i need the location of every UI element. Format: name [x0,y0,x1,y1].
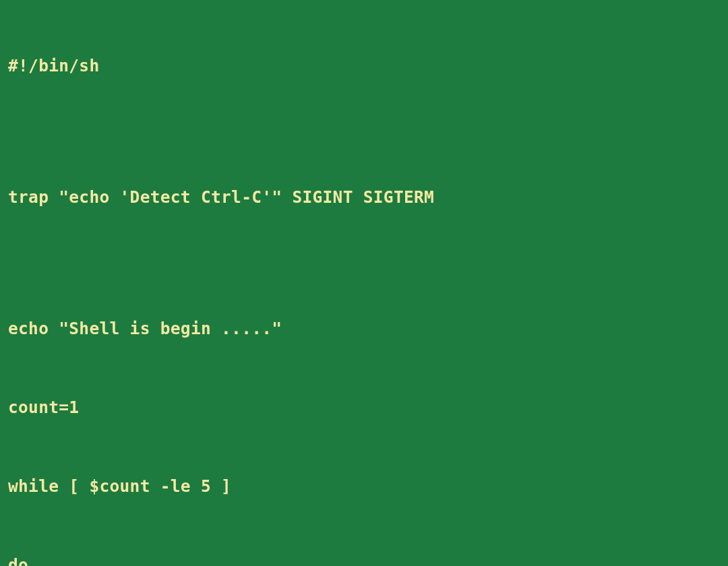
terminal-line: count=1 [8,394,720,420]
terminal-line: trap "echo 'Detect Ctrl-C'" SIGINT SIGTE… [8,184,720,210]
terminal-window[interactable]: #!/bin/sh trap "echo 'Detect Ctrl-C'" SI… [0,0,728,566]
terminal-line: #!/bin/sh [8,53,720,79]
terminal-line: while [ $count -le 5 ] [8,473,720,499]
terminal-line: echo "Shell is begin ....." [8,315,720,342]
terminal-line: do [8,552,720,566]
